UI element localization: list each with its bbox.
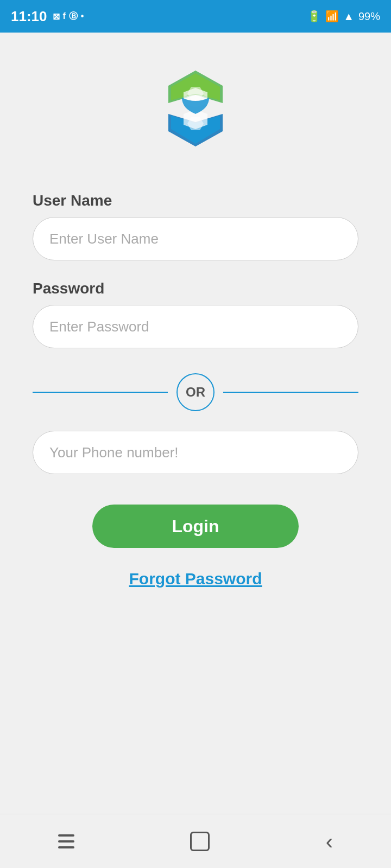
login-button[interactable]: Login bbox=[92, 505, 299, 548]
nav-bar: ‹ bbox=[0, 814, 391, 868]
or-text: OR bbox=[186, 385, 205, 400]
username-label: User Name bbox=[33, 192, 358, 209]
signal-icon: ▲ bbox=[343, 10, 354, 23]
nav-home-button[interactable] bbox=[190, 832, 210, 851]
logo-container bbox=[152, 65, 239, 154]
forgot-password-link[interactable]: Forgot Password bbox=[33, 570, 358, 588]
main-content: User Name Password OR Login Forgot Passw… bbox=[0, 33, 391, 814]
nav-menu-button[interactable] bbox=[58, 834, 74, 848]
status-right: 🔋 📶 ▲ 99% bbox=[307, 10, 380, 23]
wifi-icon: 📶 bbox=[325, 10, 339, 23]
dot-icon: • bbox=[81, 11, 84, 21]
status-icons: ⊠ f Ⓑ • bbox=[53, 11, 84, 22]
status-bar: 11:10 ⊠ f Ⓑ • 🔋 📶 ▲ 99% bbox=[0, 0, 391, 33]
password-label: Password bbox=[33, 280, 358, 297]
or-circle: OR bbox=[176, 373, 215, 411]
back-chevron-icon: ‹ bbox=[326, 831, 333, 852]
menu-lines-icon bbox=[58, 834, 74, 848]
status-time: 11:10 ⊠ f Ⓑ • bbox=[11, 8, 84, 25]
nav-back-button[interactable]: ‹ bbox=[326, 831, 333, 852]
home-square-icon bbox=[190, 832, 210, 851]
battery-percentage: 99% bbox=[358, 10, 380, 23]
facebook-icon: f bbox=[63, 11, 66, 21]
or-divider: OR bbox=[33, 373, 358, 411]
b-icon: Ⓑ bbox=[69, 11, 78, 22]
login-form: User Name Password OR Login Forgot Passw… bbox=[33, 192, 358, 588]
or-line-left bbox=[33, 392, 168, 393]
username-input[interactable] bbox=[33, 217, 358, 260]
time-display: 11:10 bbox=[11, 8, 47, 25]
battery-save-icon: 🔋 bbox=[307, 10, 321, 23]
notification-icon: ⊠ bbox=[53, 11, 60, 22]
app-logo bbox=[152, 65, 239, 152]
phone-input[interactable] bbox=[33, 431, 358, 474]
password-input[interactable] bbox=[33, 305, 358, 348]
or-line-right bbox=[223, 392, 358, 393]
